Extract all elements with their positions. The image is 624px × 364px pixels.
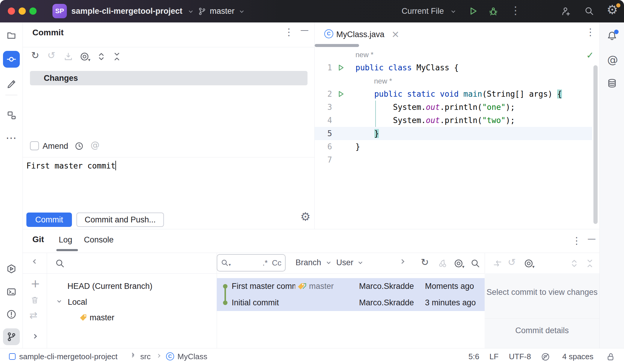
database-tool-icon[interactable] bbox=[607, 78, 617, 88]
project-selector[interactable]: sample-cli-mergetool-project bbox=[71, 7, 183, 16]
commit-panel-hide-icon[interactable]: — bbox=[300, 26, 309, 34]
commit-message-input[interactable]: First master commit bbox=[26, 161, 116, 170]
lock-icon[interactable] bbox=[606, 352, 615, 361]
details-placeholder: Select commit to view changes bbox=[485, 288, 599, 297]
delete-branch-icon[interactable] bbox=[30, 295, 40, 305]
problems-tool-icon[interactable] bbox=[6, 309, 16, 319]
tree-master-item[interactable]: master bbox=[90, 313, 114, 322]
more-actions-button[interactable]: ⋮ bbox=[510, 5, 521, 16]
user-filter[interactable]: User bbox=[336, 258, 353, 267]
tab-close-icon[interactable]: × bbox=[391, 28, 400, 40]
run-configuration-selector[interactable]: Current File bbox=[402, 7, 444, 16]
regex-toggle[interactable]: .* bbox=[263, 258, 268, 268]
search-everywhere-icon[interactable] bbox=[584, 6, 594, 16]
indent-guide bbox=[375, 101, 376, 127]
debug-button[interactable] bbox=[489, 6, 498, 16]
details-collapse-all-icon[interactable] bbox=[585, 259, 595, 268]
code-line[interactable]: 3 System.out.println("one"); bbox=[315, 101, 592, 114]
editor-tab-myclass[interactable]: MyClass.java bbox=[336, 30, 385, 39]
titlebar: SP sample-cli-mergetool-project master C… bbox=[0, 0, 624, 22]
edit-tool-icon[interactable] bbox=[6, 78, 16, 88]
code-rows[interactable]: new *1public class MyClass {new *2 publi… bbox=[315, 48, 592, 166]
git-panel-options-icon[interactable]: ⋮ bbox=[572, 236, 581, 245]
breadcrumb-project[interactable]: sample-cli-mergetool-project bbox=[19, 352, 117, 361]
code-line[interactable]: 1public class MyClass { bbox=[315, 61, 592, 74]
cherry-pick-icon[interactable] bbox=[438, 258, 447, 268]
run-button[interactable] bbox=[468, 6, 478, 16]
code-line[interactable]: 7 bbox=[315, 153, 592, 166]
commit-row[interactable]: First master commitmasterMarco.SkraddeMo… bbox=[217, 278, 485, 295]
tab-console[interactable]: Console bbox=[84, 235, 114, 245]
code-text: } bbox=[355, 129, 379, 138]
refresh-log-icon[interactable]: ↻ bbox=[421, 257, 429, 267]
services-tool-icon[interactable] bbox=[6, 264, 16, 274]
terminal-tool-icon[interactable] bbox=[6, 287, 16, 297]
branch-selector[interactable]: master bbox=[210, 7, 235, 16]
tab-log-underline bbox=[56, 249, 78, 251]
code-line[interactable]: new * bbox=[315, 48, 592, 61]
commit-options-gear-icon[interactable]: ⚙ bbox=[300, 211, 311, 222]
breadcrumb-src[interactable]: src bbox=[140, 352, 151, 361]
commit-panel-options-icon[interactable]: ⋮ bbox=[284, 27, 294, 37]
close-window-button[interactable] bbox=[8, 7, 15, 15]
indent-widget[interactable]: 4 spaces bbox=[562, 352, 593, 361]
code-line[interactable]: 4 System.out.println("two"); bbox=[315, 114, 592, 127]
tab-scrollbar[interactable] bbox=[315, 44, 359, 47]
minimize-window-button[interactable] bbox=[19, 7, 26, 15]
structure-tool-icon[interactable] bbox=[6, 110, 16, 120]
changes-group-row[interactable]: Changes bbox=[30, 71, 308, 85]
git-panel-hide-icon[interactable]: — bbox=[587, 235, 596, 243]
zoom-window-button[interactable] bbox=[29, 7, 37, 15]
new-branch-icon[interactable]: + bbox=[31, 278, 40, 289]
collapse-branches-icon[interactable] bbox=[33, 259, 38, 264]
commit-row[interactable]: Initial commitMarco.Skradde3 minutes ago bbox=[217, 295, 485, 311]
shelve-icon[interactable] bbox=[64, 52, 73, 61]
editor-options-icon[interactable]: ⋮ bbox=[586, 27, 595, 37]
log-search-input[interactable]: ▾ .* Cc bbox=[217, 254, 286, 272]
encoding-widget[interactable]: UTF-8 bbox=[509, 352, 531, 361]
code-line[interactable]: 5 } bbox=[315, 127, 592, 140]
refresh-changes-icon[interactable]: ↻ bbox=[31, 51, 39, 60]
branch-filter-search-icon[interactable] bbox=[55, 259, 65, 268]
commit-tool-icon[interactable] bbox=[6, 54, 16, 64]
tree-head-item[interactable]: HEAD (Current Branch) bbox=[67, 282, 153, 291]
highlighting-level-icon[interactable] bbox=[541, 352, 550, 361]
more-tools-icon[interactable]: ⋯ bbox=[6, 133, 16, 143]
line-separator-widget[interactable]: LF bbox=[489, 352, 498, 361]
inspections-ok-icon[interactable]: ✓ bbox=[586, 50, 594, 60]
tree-local-item[interactable]: Local bbox=[68, 298, 87, 307]
collapse-all-icon[interactable] bbox=[112, 52, 122, 61]
ai-assistant-icon[interactable]: @ bbox=[607, 54, 618, 66]
commit-history-icon[interactable] bbox=[75, 142, 84, 151]
commit-message: First master commit bbox=[232, 282, 295, 291]
editor-scrollbar[interactable] bbox=[593, 65, 598, 224]
code-line[interactable]: 6} bbox=[315, 140, 592, 153]
project-tool-icon[interactable] bbox=[6, 30, 16, 40]
rollback-icon[interactable]: ↺ bbox=[47, 51, 55, 60]
tree-local-chevron-icon[interactable] bbox=[57, 299, 61, 303]
commit-message: Initial commit bbox=[232, 298, 279, 307]
add-user-icon[interactable] bbox=[561, 6, 571, 16]
revert-commit-icon[interactable]: ↺ bbox=[508, 257, 516, 267]
compare-with-local-icon[interactable] bbox=[493, 259, 502, 268]
match-case-toggle[interactable]: Cc bbox=[272, 258, 281, 268]
ai-commit-message-icon[interactable]: @ bbox=[91, 140, 100, 150]
search-commits-icon[interactable] bbox=[471, 259, 480, 268]
branch-filter[interactable]: Branch bbox=[296, 258, 321, 267]
run-line-icon[interactable] bbox=[337, 64, 345, 72]
run-line-icon[interactable] bbox=[337, 90, 345, 98]
caret-position-widget[interactable]: 5:6 bbox=[468, 352, 479, 361]
breadcrumb-class[interactable]: MyClass bbox=[177, 352, 207, 361]
details-expand-all-icon[interactable] bbox=[569, 259, 579, 268]
commit-button[interactable]: Commit bbox=[26, 213, 72, 227]
code-line[interactable]: new * bbox=[315, 74, 592, 87]
git-tool-icon[interactable] bbox=[6, 332, 16, 342]
amend-checkbox[interactable] bbox=[30, 141, 39, 150]
more-filters-chevron-icon[interactable] bbox=[400, 259, 405, 264]
code-line[interactable]: 2 public static void main(String[] args)… bbox=[315, 87, 592, 101]
expand-all-icon[interactable] bbox=[97, 52, 106, 61]
expand-panel-icon[interactable] bbox=[32, 334, 37, 339]
compare-branches-icon[interactable]: ⇄ bbox=[29, 310, 37, 321]
tab-log[interactable]: Log bbox=[59, 235, 72, 245]
commit-and-push-button[interactable]: Commit and Push... bbox=[76, 213, 164, 227]
